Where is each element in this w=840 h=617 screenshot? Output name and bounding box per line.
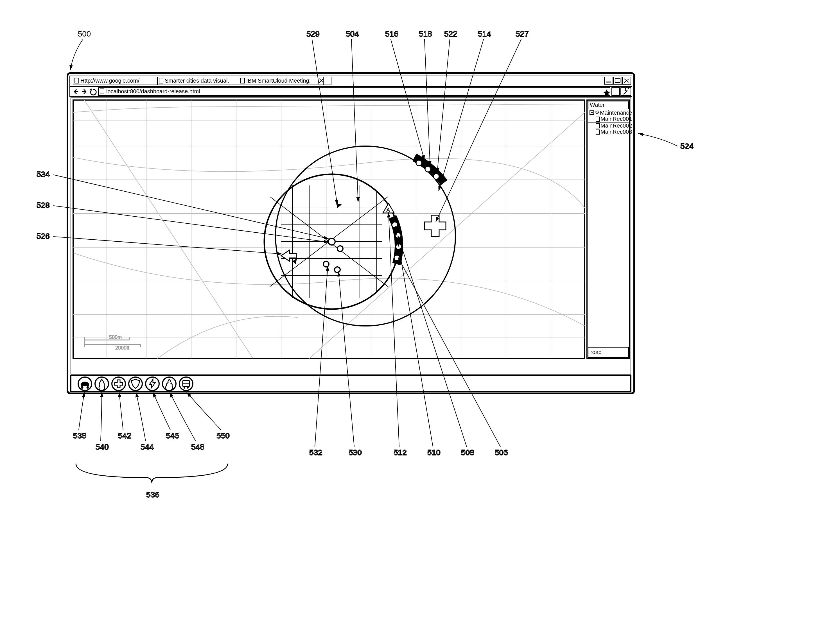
svg-text:512: 512 — [393, 448, 407, 457]
svg-text:510: 510 — [427, 448, 441, 457]
svg-point-32 — [425, 166, 431, 172]
tab-2[interactable]: Smarter cities data visual. — [157, 77, 239, 85]
flame-button[interactable] — [163, 377, 176, 391]
page-icon — [100, 89, 104, 94]
svg-text:529: 529 — [306, 30, 319, 38]
bolt-button[interactable] — [146, 377, 159, 391]
svg-point-53 — [334, 267, 340, 273]
svg-text:550: 550 — [216, 431, 230, 440]
svg-text:546: 546 — [166, 431, 179, 440]
tree-group[interactable]: ⚙ Maintenance — [590, 109, 632, 116]
svg-text:2000ft: 2000ft — [115, 345, 129, 351]
svg-text:MainRec003: MainRec003 — [600, 129, 632, 135]
tree-item-3[interactable]: MainRec003 — [596, 129, 632, 135]
svg-text:508: 508 — [461, 448, 474, 457]
svg-text:524: 524 — [680, 142, 694, 151]
svg-point-51 — [337, 246, 343, 251]
svg-text:536: 536 — [146, 490, 160, 499]
svg-point-74 — [187, 387, 189, 388]
svg-text:518: 518 — [419, 30, 432, 38]
svg-text:544: 544 — [140, 443, 154, 451]
patent-figure: 500 Http://www.google.com/ Smarter citie… — [0, 0, 840, 617]
svg-text:528: 528 — [37, 201, 50, 210]
svg-text:MainRec002: MainRec002 — [600, 123, 632, 129]
svg-point-37 — [394, 255, 400, 261]
svg-point-33 — [433, 174, 439, 179]
svg-point-66 — [112, 377, 126, 391]
svg-text:522: 522 — [444, 30, 457, 38]
page-icon — [596, 117, 599, 121]
tab-2-label: Smarter cities data visual. — [165, 78, 229, 84]
svg-point-35 — [395, 233, 401, 238]
group-label: Maintenance — [600, 109, 632, 116]
svg-point-34 — [392, 222, 398, 227]
drop-button[interactable] — [95, 377, 108, 391]
url-text: localhost:800/dashboard-release.html — [106, 88, 200, 94]
svg-text:514: 514 — [478, 30, 491, 38]
svg-text:527: 527 — [516, 30, 529, 38]
page-icon — [596, 130, 599, 134]
svg-text:500m: 500m — [109, 334, 122, 340]
maximize-button[interactable] — [614, 77, 622, 84]
svg-text:540: 540 — [96, 443, 109, 451]
svg-rect-55 — [587, 100, 630, 359]
window-controls — [605, 77, 631, 84]
tree-item-2[interactable]: MainRec002 — [596, 123, 632, 129]
svg-text:542: 542 — [118, 431, 131, 440]
svg-text:534: 534 — [37, 170, 50, 179]
svg-text:516: 516 — [385, 30, 398, 38]
page-icon — [241, 78, 245, 83]
tab-1[interactable]: Http://www.google.com/ — [73, 77, 157, 85]
tab-3[interactable]: IBM SmartCloud Meeting: — [239, 77, 323, 85]
shield-button[interactable] — [129, 377, 142, 391]
svg-point-68 — [146, 377, 159, 391]
tree-item-1[interactable]: MainRec001 — [596, 116, 632, 122]
svg-text:⚙: ⚙ — [595, 109, 599, 115]
page-icon — [596, 124, 599, 128]
svg-text:526: 526 — [37, 232, 50, 241]
svg-text:504: 504 — [346, 30, 359, 38]
tab-3-label: IBM SmartCloud Meeting: — [246, 78, 311, 84]
svg-text:MainRec001: MainRec001 — [600, 116, 632, 122]
svg-text:506: 506 — [495, 448, 508, 457]
sidebar-title: Water — [590, 102, 605, 108]
svg-text:532: 532 — [309, 448, 322, 457]
minimize-button[interactable] — [605, 77, 613, 84]
center-pin-icon — [328, 238, 335, 245]
map-viewport[interactable] — [73, 100, 585, 359]
tab-1-label: Http://www.google.com/ — [80, 78, 140, 84]
page-icon — [75, 78, 79, 83]
svg-text:530: 530 — [349, 448, 362, 457]
new-tab-button[interactable] — [323, 77, 331, 85]
svg-text:A: A — [386, 207, 390, 213]
svg-point-73 — [183, 387, 185, 388]
svg-point-31 — [416, 160, 422, 166]
bus-button[interactable] — [179, 377, 193, 391]
svg-text:548: 548 — [191, 443, 204, 451]
sidebar-panel: Water ⚙ Maintenance MainRec001 MainRec00… — [587, 100, 632, 359]
svg-text:538: 538 — [73, 431, 86, 440]
medical-button[interactable] — [112, 377, 126, 391]
ref-500: 500 — [78, 30, 91, 38]
svg-point-52 — [323, 261, 329, 267]
page-icon — [159, 78, 163, 83]
svg-text:road: road — [590, 349, 602, 355]
car-button[interactable] — [78, 377, 92, 391]
